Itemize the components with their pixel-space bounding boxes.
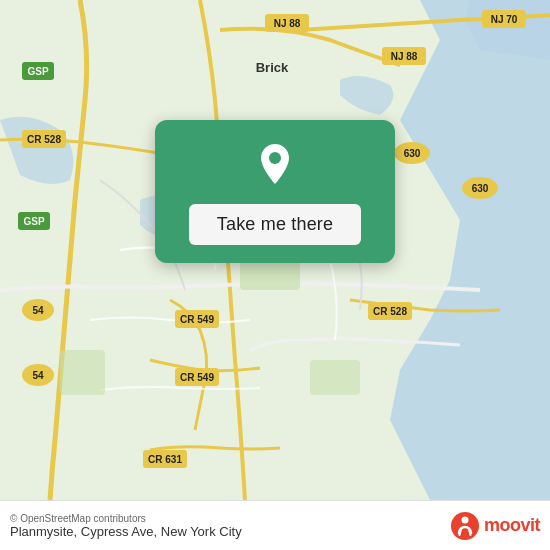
moovit-icon <box>450 511 480 541</box>
take-me-there-button[interactable]: Take me there <box>189 204 361 245</box>
svg-point-34 <box>269 152 281 164</box>
location-label: Planmysite, Cypress Ave, New York City <box>10 524 242 539</box>
svg-text:54: 54 <box>32 305 44 316</box>
svg-text:54: 54 <box>32 370 44 381</box>
osm-credit: © OpenStreetMap contributors <box>10 513 242 524</box>
svg-rect-3 <box>60 350 105 395</box>
location-pin-icon <box>249 138 301 190</box>
svg-text:630: 630 <box>472 183 489 194</box>
svg-text:CR 549: CR 549 <box>180 314 214 325</box>
location-info: © OpenStreetMap contributors Planmysite,… <box>10 513 242 539</box>
svg-text:Brick: Brick <box>256 60 289 75</box>
svg-text:630: 630 <box>404 148 421 159</box>
svg-text:NJ 88: NJ 88 <box>391 51 418 62</box>
map: NJ 70 NJ 88 NJ 88 GSP GSP CR 528 630 630… <box>0 0 550 500</box>
svg-rect-2 <box>310 360 360 395</box>
svg-text:GSP: GSP <box>27 66 48 77</box>
moovit-brand-name: moovit <box>484 515 540 536</box>
svg-text:CR 631: CR 631 <box>148 454 182 465</box>
svg-text:GSP: GSP <box>23 216 44 227</box>
svg-text:NJ 70: NJ 70 <box>491 14 518 25</box>
svg-text:NJ 88: NJ 88 <box>274 18 301 29</box>
svg-point-36 <box>461 516 468 523</box>
svg-text:CR 549: CR 549 <box>180 372 214 383</box>
svg-text:CR 528: CR 528 <box>373 306 407 317</box>
svg-text:CR 528: CR 528 <box>27 134 61 145</box>
popup-card: Take me there <box>155 120 395 263</box>
bottom-bar: © OpenStreetMap contributors Planmysite,… <box>0 500 550 550</box>
moovit-logo: moovit <box>450 511 540 541</box>
